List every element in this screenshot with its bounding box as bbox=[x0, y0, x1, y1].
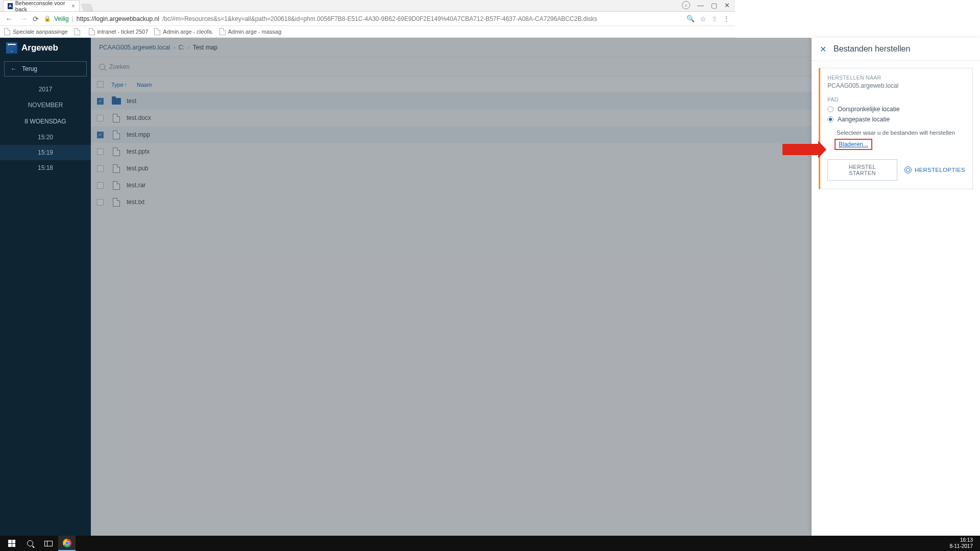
file-name: test.pub bbox=[127, 165, 149, 172]
sidebar-time[interactable]: 15:20 bbox=[0, 130, 91, 145]
table-row[interactable]: test.txt bbox=[91, 194, 735, 211]
sidebar-year[interactable]: 2017 bbox=[0, 82, 91, 97]
page-icon bbox=[219, 28, 226, 35]
page-icon bbox=[89, 28, 95, 35]
file-name: test.pptx bbox=[127, 148, 150, 155]
lock-icon: 🔒 bbox=[44, 15, 51, 22]
window-close-icon[interactable]: ✕ bbox=[724, 2, 730, 9]
file-icon bbox=[111, 181, 121, 190]
bookmark-label: Admin.arge - massag bbox=[228, 29, 282, 35]
table-row[interactable]: ✓test.mpp bbox=[91, 127, 735, 143]
row-checkbox[interactable] bbox=[97, 199, 104, 206]
search-row[interactable]: Zoeken bbox=[91, 57, 735, 77]
row-checkbox[interactable] bbox=[97, 115, 104, 121]
nav-forward-icon: → bbox=[20, 14, 28, 23]
bookmark-item[interactable]: Admin.arge - massag bbox=[219, 28, 282, 35]
table-header: Type ↑ Naam bbox=[91, 77, 735, 93]
profile-icon[interactable]: ◦ bbox=[682, 1, 690, 9]
breadcrumb-item[interactable]: PCAAG005.argeweb.local bbox=[99, 44, 170, 51]
table-row[interactable]: test.rar bbox=[91, 177, 735, 194]
back-label: Terug bbox=[22, 65, 37, 72]
file-rows: ✓testtest.docx✓test.mpptest.pptxtest.pub… bbox=[91, 93, 735, 211]
file-icon bbox=[111, 131, 121, 139]
close-tab-icon[interactable]: × bbox=[71, 3, 75, 10]
search-placeholder: Zoeken bbox=[109, 63, 130, 70]
search-icon bbox=[99, 64, 105, 70]
address-bar[interactable]: 🔒 Veilig | https://login.argewebbackup.n… bbox=[44, 15, 681, 22]
table-row[interactable]: test.pptx bbox=[91, 143, 735, 160]
breadcrumb-item[interactable]: C: bbox=[178, 44, 184, 51]
page-icon bbox=[154, 28, 160, 35]
address-bar-row: ← → ⟳ 🔒 Veilig | https://login.argewebba… bbox=[0, 12, 735, 26]
zoom-icon[interactable]: 🔍 bbox=[687, 15, 695, 22]
bookmark-item[interactable]: Speciale aanpassinge bbox=[4, 28, 68, 35]
bookmark-label: Admin.arge - cleofa. bbox=[163, 29, 213, 35]
new-tab-button[interactable] bbox=[81, 4, 93, 11]
reload-icon[interactable]: ⟳ bbox=[33, 15, 39, 23]
table-row[interactable]: test.docx bbox=[91, 110, 735, 127]
sidebar-month[interactable]: NOVEMBER bbox=[0, 97, 91, 113]
browser-tab[interactable]: A Beheerconsole voor back × bbox=[3, 0, 80, 11]
secure-label: Veilig bbox=[54, 15, 69, 22]
arrow-left-icon: ← bbox=[11, 65, 17, 72]
bookmark-label: Speciale aanpassinge bbox=[13, 29, 68, 35]
kebab-menu-icon[interactable]: ⋮ bbox=[723, 15, 730, 23]
sidebar: Argeweb ← Terug 2017 NOVEMBER 8 WOENSDAG… bbox=[0, 38, 91, 416]
file-icon bbox=[111, 147, 121, 156]
breadcrumb: PCAAG005.argeweb.local › C: › Test map bbox=[91, 38, 735, 57]
file-name: test.txt bbox=[127, 198, 144, 206]
file-icon bbox=[111, 114, 121, 122]
table-row[interactable]: test.pub bbox=[91, 160, 735, 177]
url-host: https://login.argewebbackup.nl bbox=[77, 15, 159, 22]
bookmark-item[interactable]: intranet - ticket 2507 bbox=[89, 28, 149, 35]
row-checkbox[interactable]: ✓ bbox=[97, 98, 104, 105]
bookmark-label: intranet - ticket 2507 bbox=[97, 29, 149, 35]
main-area: PCAAG005.argeweb.local › C: › Test map Z… bbox=[91, 38, 735, 416]
window-minimize-icon[interactable]: — bbox=[697, 2, 704, 9]
row-checkbox[interactable] bbox=[97, 165, 104, 172]
breadcrumb-item: Test map bbox=[192, 44, 217, 51]
file-name: test.docx bbox=[127, 114, 151, 121]
table-row[interactable]: ✓test bbox=[91, 93, 735, 110]
row-checkbox[interactable]: ✓ bbox=[97, 132, 104, 138]
file-icon bbox=[111, 164, 121, 173]
column-name-label: Naam bbox=[137, 82, 152, 88]
file-icon bbox=[111, 198, 121, 207]
column-type[interactable]: Type ↑ bbox=[111, 82, 132, 88]
url-path: /bc/#m=Resources&s=1&key=all&path=200618… bbox=[162, 15, 597, 22]
tab-favicon: A bbox=[8, 3, 13, 9]
row-checkbox[interactable] bbox=[97, 182, 104, 189]
row-checkbox[interactable] bbox=[97, 148, 104, 155]
file-name: test bbox=[127, 97, 136, 105]
brand-icon bbox=[6, 42, 17, 54]
bookmark-item[interactable] bbox=[74, 28, 83, 35]
sort-up-icon: ↑ bbox=[125, 82, 127, 87]
window-maximize-icon[interactable]: ▢ bbox=[711, 2, 717, 9]
bookmarks-bar: Speciale aanpassinge intranet - ticket 2… bbox=[0, 26, 735, 38]
back-button[interactable]: ← Terug bbox=[4, 61, 87, 77]
brand-name: Argeweb bbox=[21, 43, 58, 53]
sidebar-time[interactable]: 15:19 bbox=[0, 145, 91, 160]
browser-tab-strip: A Beheerconsole voor back × ◦ — ▢ ✕ bbox=[0, 0, 735, 12]
extension-icon[interactable]: ⇪ bbox=[712, 15, 718, 23]
sidebar-time[interactable]: 15:18 bbox=[0, 160, 91, 176]
page-icon bbox=[4, 28, 10, 35]
select-all-checkbox[interactable] bbox=[97, 81, 104, 88]
bookmark-star-icon[interactable]: ☆ bbox=[700, 15, 706, 23]
chevron-right-icon: › bbox=[173, 44, 175, 51]
file-name: test.rar bbox=[127, 182, 145, 189]
bookmark-item[interactable]: Admin.arge - cleofa. bbox=[154, 28, 213, 35]
column-name[interactable]: Naam bbox=[137, 82, 152, 88]
app-container: Argeweb ← Terug 2017 NOVEMBER 8 WOENSDAG… bbox=[0, 38, 735, 416]
sidebar-day[interactable]: 8 WOENSDAG bbox=[0, 113, 91, 130]
folder-icon bbox=[111, 98, 121, 105]
brand: Argeweb bbox=[0, 38, 91, 58]
chevron-right-icon: › bbox=[187, 44, 189, 51]
page-icon bbox=[74, 28, 80, 35]
column-type-label: Type bbox=[111, 82, 124, 88]
nav-back-icon[interactable]: ← bbox=[5, 14, 13, 23]
file-name: test.mpp bbox=[127, 131, 150, 138]
tab-title: Beheerconsole voor back bbox=[15, 0, 67, 12]
sidebar-times: 15:2015:1915:18 bbox=[0, 130, 91, 176]
